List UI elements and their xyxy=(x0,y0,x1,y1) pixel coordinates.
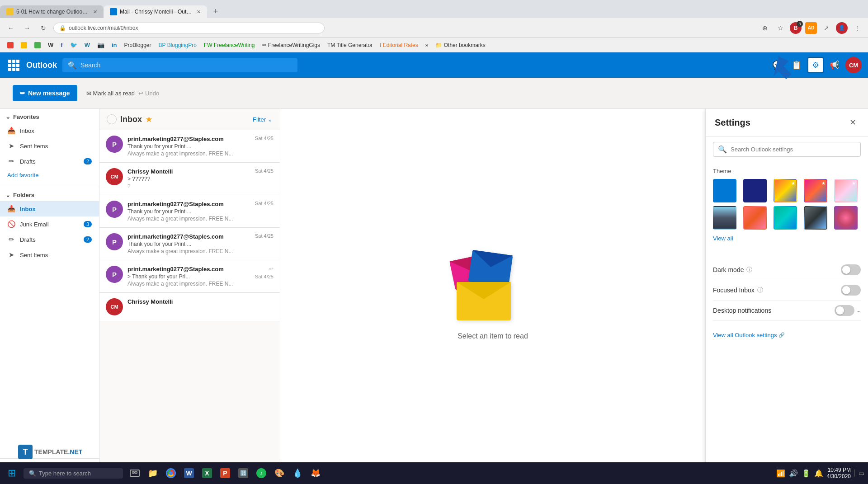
taskbar-battery-icon[interactable]: 🔋 xyxy=(802,469,811,478)
taskbar-task-view-button[interactable] xyxy=(127,465,143,481)
sidebar-favorites-header[interactable]: ⌄ Favorites xyxy=(0,111,99,123)
taskbar-search-bar[interactable]: 🔍 xyxy=(24,468,123,479)
sidebar-item-sent-fav[interactable]: ➤ Sent Items xyxy=(0,138,99,154)
taskbar-notification-icon[interactable]: 🔔 xyxy=(814,469,823,478)
sidebar-item-junk[interactable]: 🚫 Junk Email 3 xyxy=(0,216,99,232)
taskbar-search-input[interactable] xyxy=(39,470,118,477)
taskbar-excel-button[interactable]: X xyxy=(199,465,215,481)
bookmark-editorialrates[interactable]: f Editorial Rates xyxy=(377,41,421,49)
undo-button[interactable]: ↩ Undo xyxy=(138,90,159,97)
email-item-4[interactable]: P print.marketing0277@Staples.com Thank … xyxy=(99,228,280,260)
extension-red-icon[interactable]: B 3 xyxy=(789,22,802,34)
notifications-expand-icon[interactable]: ⌄ xyxy=(856,307,861,314)
email-item-2[interactable]: CM Chrissy Montelli > ?????? ? Sat 4/25 xyxy=(99,163,280,195)
back-button[interactable]: ← xyxy=(5,22,17,34)
email-item-5[interactable]: P print.marketing0277@Staples.com > Than… xyxy=(99,260,280,293)
taskbar-file-explorer-button[interactable]: 📁 xyxy=(145,465,161,481)
view-all-themes-link[interactable]: View all xyxy=(713,235,861,242)
theme-swatch-9[interactable] xyxy=(834,206,858,230)
bookmark-fb[interactable]: f xyxy=(58,41,65,49)
bookmark-other[interactable]: 📁 Other bookmarks xyxy=(433,41,488,49)
theme-swatch-0[interactable] xyxy=(713,179,736,202)
theme-swatch-4[interactable]: ★ xyxy=(834,179,858,202)
settings-search-bar[interactable]: 🔍 xyxy=(713,142,861,157)
bookmark-gmail[interactable] xyxy=(5,41,16,49)
bookmark-problogger[interactable]: ProBlogger xyxy=(121,41,154,49)
taskbar-word-button[interactable]: W xyxy=(181,465,197,481)
bookmark-drive[interactable] xyxy=(18,41,30,49)
reload-button[interactable]: ↻ xyxy=(37,22,50,34)
theme-swatch-2[interactable]: ★ xyxy=(774,179,797,202)
waffle-menu-button[interactable] xyxy=(6,58,21,72)
sidebar-item-drafts-fav[interactable]: ✏ Drafts 2 xyxy=(0,154,99,169)
bookmark-twitter[interactable]: 🐦 xyxy=(67,41,80,49)
feedback-icon-button[interactable]: 📢 xyxy=(826,57,843,73)
sidebar-item-sent[interactable]: ➤ Sent Items xyxy=(0,247,99,263)
bookmark-bloggingpro[interactable]: BP BloggingPro xyxy=(156,41,200,49)
theme-swatch-5[interactable] xyxy=(713,206,736,230)
email-item-1[interactable]: P print.marketing0277@Staples.com Thank … xyxy=(99,130,280,163)
email-item-6[interactable]: CM Chrissy Montelli xyxy=(99,293,280,321)
new-message-button[interactable]: ✏ New message xyxy=(13,85,77,101)
share-icon[interactable]: ↗ xyxy=(820,22,833,34)
address-bar[interactable]: 🔒 outlook.live.com/mail/0/inbox xyxy=(53,23,325,33)
bookmark-freelancewriting[interactable]: FW FreelanceWriting xyxy=(201,41,257,49)
taskbar-spotify-button[interactable]: ♪ xyxy=(253,465,269,481)
filter-button[interactable]: Filter ⌄ xyxy=(253,116,273,123)
bookmark-star-icon[interactable]: ☆ xyxy=(774,22,787,34)
outlook-search-bar[interactable]: 🔍 xyxy=(62,58,297,72)
taskbar-powerpoint-button[interactable]: P xyxy=(217,465,233,481)
new-tab-button[interactable]: + xyxy=(209,5,222,18)
view-all-settings-link[interactable]: View all Outlook settings 🔗 xyxy=(706,326,868,344)
search-input[interactable] xyxy=(80,61,292,69)
focused-inbox-info-icon[interactable]: ⓘ xyxy=(757,286,763,294)
settings-icon-button[interactable]: ⚙ xyxy=(807,57,824,73)
email-item-3[interactable]: P print.marketing0277@Staples.com Thank … xyxy=(99,195,280,228)
bookmark-instagram[interactable]: 📷 xyxy=(94,41,107,49)
sidebar-item-inbox[interactable]: 📥 Inbox xyxy=(0,201,99,216)
bookmark-wiki[interactable]: W xyxy=(45,41,56,49)
taskbar-wifi-icon[interactable]: 📶 xyxy=(776,469,785,478)
add-favorite-link[interactable]: Add favorite xyxy=(0,169,99,181)
taskbar-sound-icon[interactable]: 🔊 xyxy=(789,469,798,478)
select-all-circle[interactable] xyxy=(107,114,117,124)
taskbar-clock[interactable]: 10:49 PM 4/30/2020 xyxy=(827,467,851,479)
extension-orange-icon[interactable]: AD xyxy=(805,22,817,34)
bookmark-maps[interactable] xyxy=(32,41,43,49)
settings-close-button[interactable]: ✕ xyxy=(846,116,859,129)
bookmark-more[interactable]: » xyxy=(423,41,431,49)
user-profile-icon[interactable]: 👤 xyxy=(835,22,848,34)
bookmark-freelancegigs[interactable]: ✏ FreelanceWritingGigs xyxy=(259,41,323,49)
taskbar-chrome-button[interactable] xyxy=(163,465,179,481)
browser-menu-icon[interactable]: ⋮ xyxy=(851,22,863,34)
taskbar-paint-button[interactable]: 🎨 xyxy=(271,465,288,481)
start-button[interactable]: ⊞ xyxy=(4,465,20,481)
sidebar-folders-header[interactable]: ⌄ Folders xyxy=(0,189,99,201)
desktop-notifications-toggle[interactable] xyxy=(835,305,854,316)
bookmark-wordpress[interactable]: W xyxy=(82,41,93,49)
tab-2[interactable]: Mail - Chrissy Montelli - Outlook ✕ xyxy=(104,5,207,18)
theme-swatch-7[interactable] xyxy=(774,206,797,230)
settings-search-input[interactable] xyxy=(731,146,856,153)
tab-1-close[interactable]: ✕ xyxy=(93,9,97,15)
dark-mode-toggle[interactable] xyxy=(841,264,861,275)
sidebar-item-drafts[interactable]: ✏ Drafts 2 xyxy=(0,232,99,247)
bookmark-titlegenerator[interactable]: TM Title Generator xyxy=(325,41,375,49)
taskbar-calculator-button[interactable]: 🔢 xyxy=(235,465,251,481)
taskbar-3d-button[interactable]: 💧 xyxy=(289,465,306,481)
taskbar-show-desktop-button[interactable]: ▭ xyxy=(854,470,864,477)
forward-button[interactable]: → xyxy=(21,22,33,34)
tab-1[interactable]: 5-01 How to change Outlook th... ✕ xyxy=(0,5,104,18)
tab-2-close[interactable]: ✕ xyxy=(197,9,201,15)
taskbar-firefox-button[interactable]: 🦊 xyxy=(307,465,324,481)
sidebar-item-inbox-fav[interactable]: 📥 Inbox xyxy=(0,123,99,138)
theme-swatch-8[interactable] xyxy=(804,206,827,230)
browser-extensions-icon[interactable]: ⊕ xyxy=(759,22,771,34)
bookmark-linkedin[interactable]: in xyxy=(109,41,120,49)
theme-swatch-1[interactable] xyxy=(743,179,767,202)
user-avatar-button[interactable]: CM xyxy=(845,57,862,73)
dark-mode-info-icon[interactable]: ⓘ xyxy=(746,266,752,274)
mark-all-read-button[interactable]: ✉ Mark all as read xyxy=(86,90,135,97)
theme-swatch-6[interactable] xyxy=(743,206,767,230)
focused-inbox-toggle[interactable] xyxy=(841,285,861,296)
